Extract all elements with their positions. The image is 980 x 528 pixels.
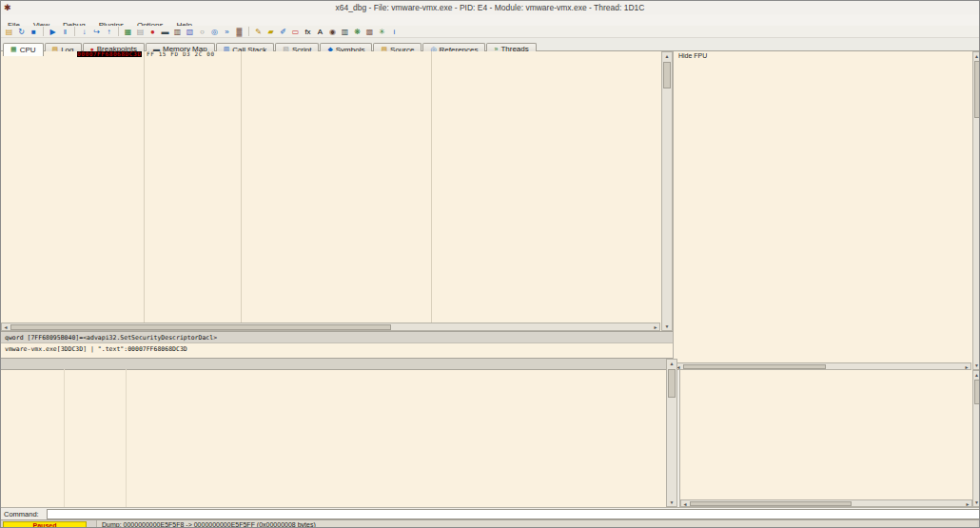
call-stack-icon[interactable]: ▥ bbox=[172, 27, 183, 37]
module-status-line: vmware-vmx.exe[3DDC3D] | ".text":00007FF… bbox=[1, 343, 673, 359]
chat-icon[interactable]: ❋ bbox=[352, 27, 363, 37]
stack-vscrollbar[interactable]: ▲ ▼ bbox=[972, 370, 980, 507]
column-separator bbox=[241, 51, 242, 323]
pencil-icon[interactable]: ✎ bbox=[253, 27, 264, 37]
donate-icon[interactable]: ▩ bbox=[364, 27, 375, 37]
toolbar-separator bbox=[248, 27, 249, 36]
column-separator bbox=[431, 51, 432, 323]
stack-hscrollbar[interactable]: ◄ ► bbox=[680, 499, 972, 507]
status-bar: Paused Dump: 0000000000E5F5F8 -> 0000000… bbox=[1, 519, 979, 528]
memory-map-icon[interactable]: ▬ bbox=[160, 27, 170, 37]
step-into-icon[interactable]: ↓ bbox=[79, 27, 89, 37]
user-icon[interactable]: ◉ bbox=[327, 27, 338, 37]
windows-icon[interactable]: ▦ bbox=[123, 27, 133, 37]
font-icon[interactable]: A bbox=[315, 27, 325, 37]
hide-fpu-button[interactable]: Hide FPU bbox=[674, 51, 972, 62]
highlight-icon[interactable]: ▰ bbox=[265, 27, 276, 37]
main-toolbar: ▤↻■▶‖↓↪↑▦▤●▬▥▧○◎»▓✎▰✐▭fxA◉▥❋▩✳i bbox=[1, 26, 979, 38]
column-separator bbox=[144, 51, 145, 323]
stack-panel[interactable]: ◄ ► bbox=[679, 370, 972, 507]
instruction-address[interactable]: 00007FF68068DC3D bbox=[77, 51, 142, 57]
registers-hscrollbar[interactable]: ◄ ► bbox=[674, 362, 971, 370]
cpu-tab-icon: ▦ bbox=[10, 46, 17, 53]
dump-vscrollbar[interactable]: ▲ ▼ bbox=[666, 359, 677, 507]
report-icon[interactable]: ▥ bbox=[340, 27, 350, 37]
run-icon[interactable]: ▶ bbox=[48, 27, 58, 37]
tab-cpu[interactable]: ▦CPU bbox=[3, 43, 44, 56]
info-icon[interactable]: i bbox=[389, 27, 400, 37]
registers-vscrollbar[interactable]: ▲ ▼ bbox=[972, 51, 980, 370]
stop-icon[interactable]: ■ bbox=[29, 27, 39, 37]
step-over-icon[interactable]: ↪ bbox=[91, 27, 102, 37]
log-icon[interactable]: ▤ bbox=[135, 27, 146, 37]
sweep-icon[interactable]: ✐ bbox=[278, 27, 288, 37]
column-separator bbox=[126, 369, 127, 507]
fx-icon[interactable]: fx bbox=[303, 27, 313, 37]
registers-panel[interactable]: Hide FPU ◄ ► bbox=[673, 51, 972, 370]
paused-status-badge: Paused bbox=[3, 521, 87, 528]
threads-icon[interactable]: ▓ bbox=[234, 27, 245, 37]
command-bar: Command: bbox=[1, 507, 979, 520]
disasm-row[interactable]: 00007FF68068DC3DFF 15 FD D3 2C 00 bbox=[1, 51, 661, 57]
step-out-icon[interactable]: ↑ bbox=[104, 27, 114, 37]
dump-range-status: Dump: 0000000000E5F5F8 -> 0000000000E5F5… bbox=[96, 520, 977, 528]
breakpoint-icon[interactable]: ● bbox=[147, 27, 158, 37]
open-file-icon[interactable]: ▤ bbox=[4, 27, 14, 37]
references-icon[interactable]: » bbox=[222, 27, 232, 37]
toolbar-separator bbox=[118, 27, 119, 36]
patches-icon[interactable]: ▧ bbox=[185, 27, 195, 37]
command-input[interactable] bbox=[47, 509, 980, 519]
window-title: x64_dbg - File: vmware-vmx.exe - PID: E4… bbox=[1, 1, 979, 14]
comments-icon[interactable]: ○ bbox=[197, 27, 207, 37]
instruction-bytes: FF 15 FD D3 2C 00 bbox=[147, 51, 240, 57]
tab-bar: ▦CPU▤Log●Breakpoints▬Memory Map▥Call Sta… bbox=[1, 38, 979, 51]
dump-panel[interactable] bbox=[1, 359, 666, 507]
column-separator bbox=[64, 369, 65, 507]
pause-icon[interactable]: ‖ bbox=[60, 27, 70, 37]
eraser-icon[interactable]: ▭ bbox=[290, 27, 301, 37]
dump-header bbox=[1, 359, 666, 370]
disassembly-hscrollbar[interactable]: ◄ ► bbox=[1, 323, 660, 331]
disassembly-vscrollbar[interactable]: ▲ ▼ bbox=[661, 51, 673, 331]
toolbar-separator bbox=[74, 27, 75, 36]
disassembly-panel[interactable]: 00007FF68068DC3DFF 15 FD D3 2C 00 ◄ ► bbox=[1, 51, 662, 331]
title-bar: ✱ x64_dbg - File: vmware-vmx.exe - PID: … bbox=[1, 1, 979, 15]
disassembly-gutter bbox=[1, 51, 75, 323]
tab-label: CPU bbox=[20, 46, 36, 54]
search-icon[interactable]: ◎ bbox=[209, 27, 220, 37]
dereference-info-line: qword [7FF68095B040]=<advapi32.SetSecuri… bbox=[1, 331, 673, 343]
disassembly-rows: 00007FF68068DC3DFF 15 FD D3 2C 00 bbox=[1, 51, 661, 57]
restart-icon[interactable]: ↻ bbox=[16, 27, 27, 37]
x64dbg-window: ✱ x64_dbg - File: vmware-vmx.exe - PID: … bbox=[0, 0, 980, 528]
bug-icon[interactable]: ✳ bbox=[377, 27, 387, 37]
command-label: Command: bbox=[4, 510, 39, 518]
toolbar-separator bbox=[43, 27, 44, 36]
